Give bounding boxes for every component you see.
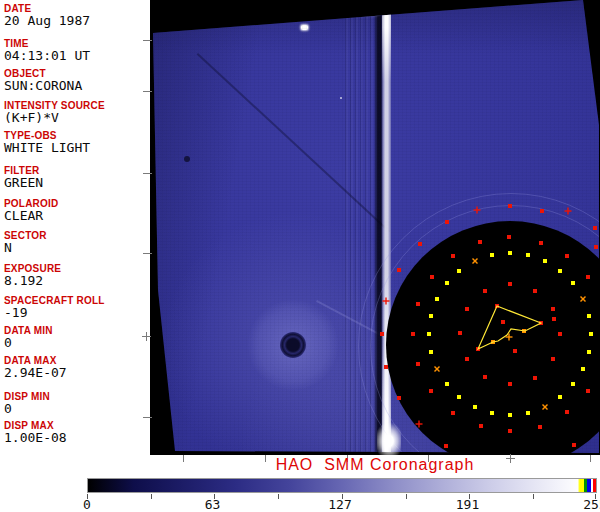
coronagraph-viewer-window: DATE20 Aug 1987TIME04:13:01 UTOBJECTSUN:… — [0, 0, 600, 512]
metadata-entry: EXPOSURE8.192 — [4, 263, 150, 288]
red-fiducial-dot — [430, 275, 434, 279]
yellow-fiducial-dot — [508, 251, 512, 255]
red-fiducial-dot — [551, 307, 555, 311]
red-fiducial-dot — [397, 396, 401, 400]
colorbar-tick-label: 0 — [67, 497, 107, 512]
red-plus-mark — [474, 207, 481, 214]
orange-x-mark — [432, 364, 442, 374]
yellow-fiducial-dot — [473, 405, 477, 409]
colorbar-tick-label: 127 — [320, 497, 360, 512]
coronagraph-image — [150, 0, 600, 455]
yellow-fiducial-dot — [571, 382, 575, 386]
red-fiducial-dot — [586, 389, 590, 393]
left-axis-tick — [143, 173, 152, 174]
yellow-fiducial-dot — [587, 314, 591, 318]
colorbar-tick — [406, 494, 407, 499]
red-fiducial-dot — [533, 289, 537, 293]
red-fiducial-dot — [418, 242, 422, 246]
axis-plus-mark — [142, 332, 151, 341]
metadata-label: DISP MIN — [4, 391, 150, 402]
red-fiducial-dot — [593, 226, 597, 230]
yellow-fiducial-dot — [581, 367, 585, 371]
colorbar-tick — [533, 494, 534, 499]
red-fiducial-dot — [451, 411, 455, 415]
yellow-fiducial-dot — [457, 269, 461, 273]
metadata-entry: INTENSITY SOURCE(K+F)*V — [4, 100, 150, 125]
metadata-entry: OBJECTSUN:CORONA — [4, 68, 150, 93]
yellow-fiducial-dot — [435, 297, 439, 301]
colorbar-tick-label: 191 — [448, 497, 488, 512]
red-fiducial-dot — [538, 425, 542, 429]
yellow-fiducial-dot — [589, 332, 593, 336]
red-fiducial-dot — [465, 307, 469, 311]
red-fiducial-dot — [565, 410, 569, 414]
metadata-value: WHITE LIGHT — [4, 141, 150, 155]
red-fiducial-dot — [384, 365, 388, 369]
red-fiducial-dot — [508, 429, 512, 433]
red-fiducial-dot — [397, 268, 401, 272]
metadata-entry: FILTERGREEN — [4, 165, 150, 190]
red-fiducial-dot — [380, 332, 384, 336]
red-fiducial-dot — [552, 317, 556, 321]
red-plus-mark — [383, 298, 390, 305]
left-axis-tick — [143, 91, 152, 92]
red-fiducial-dot — [594, 245, 598, 249]
yellow-fiducial-dot — [508, 413, 512, 417]
red-fiducial-dot — [508, 204, 512, 208]
red-fiducial-dot — [416, 362, 420, 366]
metadata-panel: DATE20 Aug 1987TIME04:13:01 UTOBJECTSUN:… — [0, 0, 152, 455]
metadata-value: 8.192 — [4, 274, 150, 288]
red-plus-mark — [416, 421, 423, 428]
red-fiducial-dot — [539, 241, 543, 245]
metadata-entry: DISP MIN0 — [4, 391, 150, 416]
red-fiducial-dot — [508, 382, 512, 386]
red-fiducial-dot — [551, 357, 555, 361]
yellow-fiducial-dot — [543, 259, 547, 263]
yellow-fiducial-dot — [427, 332, 431, 336]
red-fiducial-dot — [458, 331, 462, 335]
red-fiducial-dot — [411, 332, 415, 336]
metadata-value: 1.00E-08 — [4, 431, 150, 445]
yellow-fiducial-dot — [429, 314, 433, 318]
yellow-fiducial-dot — [429, 350, 433, 354]
yellow-fiducial-dot — [490, 253, 494, 257]
red-fiducial-dot — [540, 209, 544, 213]
sun-center-mark — [506, 334, 513, 341]
metadata-value: N — [4, 241, 150, 255]
fiducial-overlay — [150, 0, 600, 455]
yellow-fiducial-dot — [457, 395, 461, 399]
metadata-value: 2.94E-07 — [4, 366, 150, 380]
yellow-fiducial-dot — [526, 411, 530, 415]
left-axis-tick — [143, 40, 152, 41]
colorbar-tick-label: 63 — [193, 497, 233, 512]
metadata-entry: TIME04:13:01 UT — [4, 38, 150, 63]
metadata-value: (K+F)*V — [4, 111, 150, 125]
metadata-entry: DATE20 Aug 1987 — [4, 3, 150, 28]
yellow-fiducial-dot — [571, 281, 575, 285]
yellow-fiducial-dot — [526, 253, 530, 257]
yellow-fiducial-dot — [445, 382, 449, 386]
metadata-value: GREEN — [4, 176, 150, 190]
red-fiducial-dot — [445, 220, 449, 224]
red-fiducial-dot — [429, 389, 433, 393]
yellow-fiducial-dot — [558, 269, 562, 273]
orange-x-mark — [578, 294, 588, 304]
red-fiducial-dot — [507, 235, 511, 239]
metadata-value: 04:13:01 UT — [4, 49, 150, 63]
metadata-entry: SECTORN — [4, 230, 150, 255]
red-fiducial-dot — [451, 254, 455, 258]
red-fiducial-dot — [533, 376, 537, 380]
red-fiducial-dot — [444, 444, 448, 448]
yellow-fiducial-dot — [445, 281, 449, 285]
red-fiducial-dot — [465, 357, 469, 361]
feature-polygon — [478, 306, 541, 349]
metadata-entry: TYPE-OBSWHITE LIGHT — [4, 130, 150, 155]
orange-x-mark — [470, 256, 480, 266]
metadata-entry: POLAROIDCLEAR — [4, 198, 150, 223]
red-fiducial-dot — [483, 289, 487, 293]
left-axis-tick — [143, 253, 152, 254]
metadata-entry: DATA MAX2.94E-07 — [4, 355, 150, 380]
red-fiducial-dot — [513, 349, 517, 353]
metadata-value: CLEAR — [4, 209, 150, 223]
red-fiducial-dot — [586, 275, 590, 279]
